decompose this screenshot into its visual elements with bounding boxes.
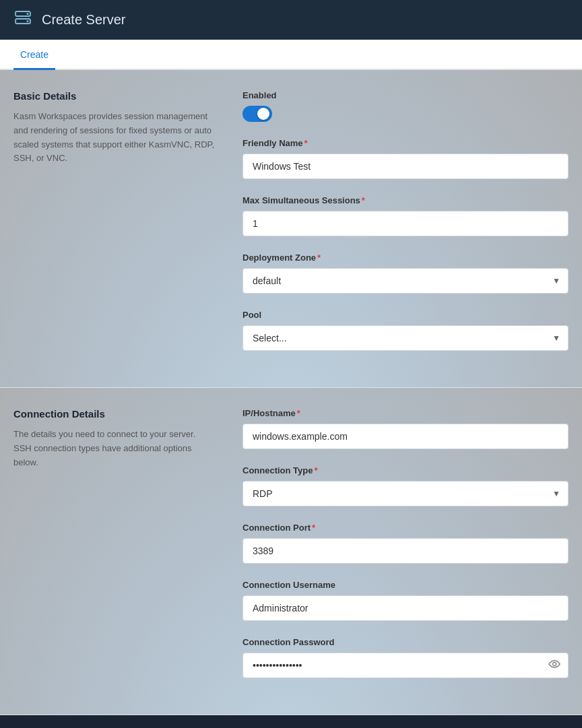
toggle-thumb xyxy=(257,108,269,120)
svg-point-4 xyxy=(553,663,556,666)
connection-password-input[interactable] xyxy=(243,653,569,678)
connection-details-desc: The details you need to connect to your … xyxy=(13,428,216,469)
enabled-toggle-wrapper xyxy=(243,106,569,122)
ip-hostname-group: IP/Hostname* xyxy=(243,408,569,449)
deployment-zone-select[interactable]: default xyxy=(243,268,569,294)
enabled-group: Enabled xyxy=(243,90,569,122)
connection-details-title: Connection Details xyxy=(13,408,216,420)
connection-details-section: Connection Details The details you need … xyxy=(0,388,582,715)
max-sessions-group: Max Simultaneous Sessions* xyxy=(243,195,569,236)
connection-port-input[interactable] xyxy=(243,538,569,564)
basic-details-desc: Kasm Workspaces provides session managem… xyxy=(13,110,216,166)
pool-group: Pool Select... ▼ xyxy=(243,310,569,351)
pool-select[interactable]: Select... xyxy=(243,325,569,351)
basic-details-left: Basic Details Kasm Workspaces provides s… xyxy=(13,90,216,367)
connection-port-group: Connection Port* xyxy=(243,523,569,564)
connection-username-label: Connection Username xyxy=(243,580,569,590)
ip-hostname-label: IP/Hostname* xyxy=(243,408,569,418)
svg-point-2 xyxy=(27,13,29,15)
connection-type-select-wrapper: RDP SSH VNC KasmVNC ▼ xyxy=(243,481,569,506)
tab-create[interactable]: Create xyxy=(13,40,55,70)
tabs-bar: Create xyxy=(0,40,582,70)
max-sessions-input[interactable] xyxy=(243,211,569,236)
svg-point-3 xyxy=(27,20,29,22)
pool-select-wrapper: Select... ▼ xyxy=(243,325,569,351)
friendly-name-label: Friendly Name* xyxy=(243,138,569,148)
connection-username-group: Connection Username xyxy=(243,580,569,621)
page-header: Create Server xyxy=(0,0,582,40)
connection-username-input[interactable] xyxy=(243,595,569,621)
connection-details-left: Connection Details The details you need … xyxy=(13,408,216,694)
basic-details-title: Basic Details xyxy=(13,90,216,102)
friendly-name-required: * xyxy=(304,138,308,148)
enabled-label: Enabled xyxy=(243,90,569,100)
connection-type-label: Connection Type* xyxy=(243,465,569,475)
connection-password-group: Connection Password xyxy=(243,637,569,678)
ip-hostname-input[interactable] xyxy=(243,424,569,449)
basic-details-form: Enabled Friendly Name* xyxy=(243,90,569,367)
page-title: Create Server xyxy=(42,12,126,28)
friendly-name-input[interactable] xyxy=(243,154,569,179)
basic-details-section: Basic Details Kasm Workspaces provides s… xyxy=(0,70,582,388)
max-sessions-label: Max Simultaneous Sessions* xyxy=(243,195,569,205)
connection-password-wrapper xyxy=(243,653,569,678)
pool-label: Pool xyxy=(243,310,569,320)
connection-password-label: Connection Password xyxy=(243,637,569,647)
connection-type-required: * xyxy=(314,465,317,475)
friendly-name-group: Friendly Name* xyxy=(243,138,569,179)
connection-type-select[interactable]: RDP SSH VNC KasmVNC xyxy=(243,481,569,506)
deployment-zone-select-wrapper: default ▼ xyxy=(243,268,569,294)
deployment-zone-group: Deployment Zone* default ▼ xyxy=(243,253,569,294)
password-visibility-toggle[interactable] xyxy=(548,658,560,673)
connection-details-form: IP/Hostname* Connection Type* RDP SSH VN… xyxy=(243,408,569,694)
max-sessions-required: * xyxy=(362,195,365,205)
enabled-toggle[interactable] xyxy=(243,106,272,122)
connection-port-required: * xyxy=(312,523,315,533)
ip-hostname-required: * xyxy=(297,408,300,418)
connection-type-group: Connection Type* RDP SSH VNC KasmVNC ▼ xyxy=(243,465,569,506)
connection-port-label: Connection Port* xyxy=(243,523,569,533)
deployment-zone-required: * xyxy=(317,253,321,263)
server-icon xyxy=(13,8,32,31)
deployment-zone-label: Deployment Zone* xyxy=(243,253,569,263)
